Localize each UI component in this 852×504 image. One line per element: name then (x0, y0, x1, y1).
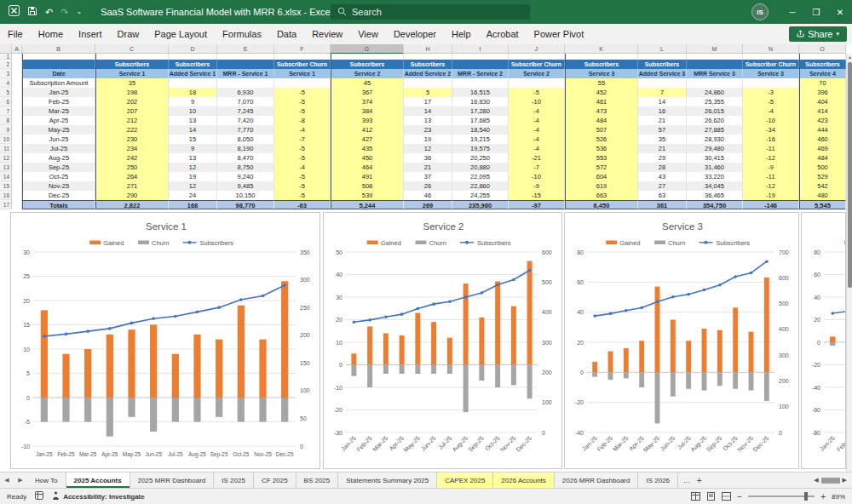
cell[interactable] (12, 163, 22, 172)
cell[interactable]: 30,415 (687, 153, 743, 163)
cell[interactable]: Jun-25 (22, 135, 95, 144)
cell[interactable] (22, 60, 95, 69)
horizontal-scroll-thumb[interactable] (821, 478, 840, 484)
cell[interactable]: 16,515 (452, 88, 509, 97)
restore-button[interactable]: ❐ (804, 0, 828, 24)
cell[interactable]: -5 (509, 88, 565, 97)
cell[interactable]: -5 (274, 88, 331, 97)
cell[interactable] (638, 54, 687, 60)
row-header-15[interactable]: 15 (0, 181, 12, 191)
cell[interactable]: 5,545 (799, 200, 846, 209)
cell[interactable]: 14 (638, 97, 687, 106)
cell[interactable] (12, 106, 22, 116)
sheet-tab[interactable]: IS 2025 (214, 472, 254, 488)
cell[interactable]: -5 (274, 181, 331, 191)
cell[interactable]: -9 (743, 163, 799, 172)
add-sheet-button[interactable]: + (697, 475, 702, 485)
cell[interactable]: 17 (404, 97, 452, 106)
row-header-1[interactable]: 1 (0, 54, 12, 60)
cell[interactable]: 230 (95, 135, 169, 144)
cell[interactable]: 529 (799, 172, 846, 181)
cell[interactable]: 21 (638, 144, 687, 153)
cell[interactable]: -5 (274, 153, 331, 163)
cell[interactable]: 536 (565, 144, 638, 153)
cell[interactable] (217, 78, 274, 88)
cell[interactable]: 35 (638, 135, 687, 144)
cell[interactable]: 16 (638, 106, 687, 116)
cell[interactable]: 29 (638, 153, 687, 163)
cell[interactable]: 25,355 (687, 97, 743, 106)
cell[interactable]: 452 (565, 88, 638, 97)
cell[interactable]: 202 (95, 97, 169, 106)
cell[interactable]: 384 (331, 106, 404, 116)
cell[interactable]: 10,150 (217, 191, 274, 200)
cell[interactable]: Subscribers (799, 60, 846, 69)
cell[interactable]: 2,822 (95, 200, 169, 209)
cell[interactable]: -4 (509, 116, 565, 125)
cell[interactable]: 98,770 (217, 200, 274, 209)
cell[interactable]: 8,470 (217, 153, 274, 163)
cell[interactable] (274, 78, 331, 88)
row-header-11[interactable]: 11 (0, 144, 12, 153)
cell[interactable]: -4 (274, 163, 331, 172)
cell[interactable]: 18 (169, 88, 217, 97)
cell[interactable]: 19 (404, 135, 452, 144)
zoom-out-button[interactable]: − (737, 492, 742, 501)
ribbon-tab-view[interactable]: View (350, 24, 386, 44)
cell[interactable] (687, 54, 743, 60)
cell[interactable]: Aug-25 (22, 153, 95, 163)
vertical-scrollbar[interactable]: ▲ (846, 54, 852, 472)
cell[interactable]: -10 (509, 172, 565, 181)
cell[interactable]: 6,930 (217, 88, 274, 97)
share-button[interactable]: Share ▾ (789, 26, 847, 42)
cell[interactable]: 27,885 (687, 125, 743, 135)
scroll-up-icon[interactable]: ▲ (847, 54, 852, 61)
cell[interactable]: Mar-25 (22, 106, 95, 116)
cell[interactable]: 31,460 (687, 163, 743, 172)
normal-view-icon[interactable] (691, 492, 700, 501)
cell[interactable]: 24,255 (452, 191, 509, 200)
zoom-percent[interactable]: 89% (832, 493, 845, 501)
column-header-E[interactable]: E (217, 44, 274, 54)
sheet-overflow-button[interactable]: ... (683, 476, 690, 484)
cell[interactable]: -4 (509, 125, 565, 135)
cell[interactable]: 21 (638, 116, 687, 125)
cell[interactable]: -8 (274, 116, 331, 125)
cell[interactable]: 290 (95, 191, 169, 200)
hscroll-right-icon[interactable]: ▶ (843, 477, 847, 484)
cell[interactable]: 9,485 (217, 181, 274, 191)
sheet-tab[interactable]: IS 2026 (638, 472, 678, 488)
cell[interactable]: 414 (799, 106, 846, 116)
cell[interactable]: Dec-25 (22, 191, 95, 200)
row-header-5[interactable]: 5 (0, 88, 12, 97)
cell[interactable]: -5 (274, 97, 331, 106)
ribbon-tab-data[interactable]: Data (269, 24, 304, 44)
cell[interactable]: -146 (743, 200, 799, 209)
cell[interactable]: 15 (169, 135, 217, 144)
cell[interactable]: -7 (509, 163, 565, 172)
save-icon[interactable] (27, 4, 37, 20)
cell[interactable]: Service 2 (331, 69, 404, 78)
cell[interactable]: -5 (274, 172, 331, 181)
sheet-tab[interactable]: 2025 Accounts (66, 472, 130, 488)
ribbon-tab-acrobat[interactable]: Acrobat (479, 24, 527, 44)
cell[interactable] (12, 54, 22, 60)
cell[interactable]: -11 (743, 172, 799, 181)
sheet-tab[interactable]: Statements Summary 2025 (338, 472, 437, 488)
cell[interactable]: Nov-25 (22, 181, 95, 191)
column-header-D[interactable]: D (169, 44, 217, 54)
cell[interactable]: -12 (743, 181, 799, 191)
row-header-12[interactable]: 12 (0, 153, 12, 163)
cell[interactable]: 542 (799, 181, 846, 191)
cell[interactable]: Service 2 (509, 69, 565, 78)
row-header-6[interactable]: 6 (0, 97, 12, 106)
cell[interactable]: 33,220 (687, 172, 743, 181)
column-header-M[interactable]: M (687, 44, 743, 54)
cell[interactable]: 526 (565, 135, 638, 144)
row-header-16[interactable]: 16 (0, 191, 12, 200)
cell[interactable]: Service 3 (743, 69, 799, 78)
cell[interactable]: 19,215 (452, 135, 509, 144)
row-header-8[interactable]: 8 (0, 116, 12, 125)
row-header-4[interactable]: 4 (0, 78, 12, 88)
row-header-10[interactable]: 10 (0, 135, 12, 144)
